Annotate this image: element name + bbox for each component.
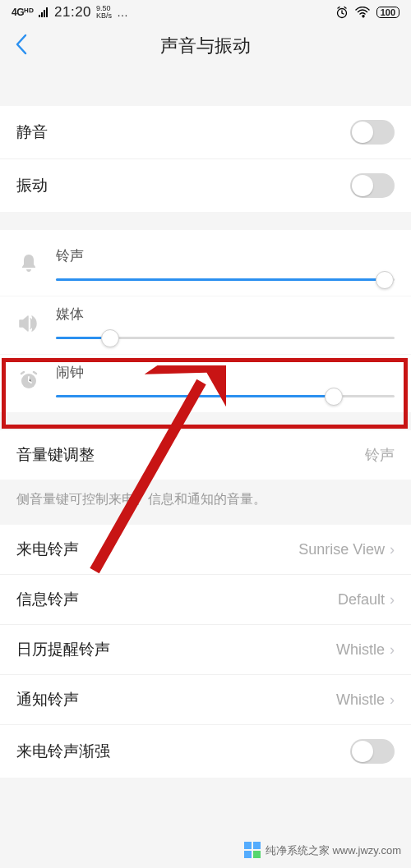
call-ringtone-row[interactable]: 来电铃声 Sunrise View› xyxy=(0,525,411,574)
media-volume-row: 媒体 xyxy=(0,296,411,354)
media-slider[interactable] xyxy=(56,337,395,339)
signal-indicator: 4Gᴴᴰ xyxy=(12,7,33,18)
watermark-text: 纯净系统之家 www.jwzy.com xyxy=(266,843,401,858)
message-ringtone-row[interactable]: 信息铃声 Default› xyxy=(0,574,411,624)
message-ringtone-value: Default xyxy=(338,591,385,609)
chevron-right-icon: › xyxy=(390,691,395,709)
chevron-right-icon: › xyxy=(390,541,395,558)
alarm-clock-icon xyxy=(16,363,41,393)
notification-ringtone-label: 通知铃声 xyxy=(16,689,79,710)
ringtone-slider[interactable] xyxy=(56,278,395,281)
notification-ringtone-row[interactable]: 通知铃声 Whistle› xyxy=(0,674,411,724)
chevron-left-icon xyxy=(15,34,28,55)
mute-label: 静音 xyxy=(16,122,48,143)
ringtone-slider-label: 铃声 xyxy=(56,246,395,265)
calendar-ringtone-row[interactable]: 日历提醒铃声 Whistle› xyxy=(0,624,411,674)
volume-key-row[interactable]: 音量键调整 铃声 xyxy=(0,430,411,480)
battery-indicator: 100 xyxy=(376,7,399,18)
vibrate-row[interactable]: 振动 xyxy=(0,158,411,212)
volume-key-label: 音量键调整 xyxy=(16,444,95,466)
network-speed: 9.50KB/s xyxy=(96,5,112,20)
ascending-ringtone-toggle[interactable] xyxy=(350,739,395,764)
calendar-ringtone-label: 日历提醒铃声 xyxy=(16,639,110,660)
speaker-icon xyxy=(16,305,41,334)
mute-row[interactable]: 静音 xyxy=(0,106,411,158)
alarm-slider[interactable] xyxy=(56,395,395,397)
signal-bars-icon xyxy=(38,7,49,17)
more-icon: … xyxy=(117,6,129,19)
ringtone-slider-thumb[interactable] xyxy=(376,271,394,289)
alarm-status-icon xyxy=(335,6,349,19)
toggle-group: 静音 振动 xyxy=(0,106,411,212)
alarm-slider-thumb[interactable] xyxy=(325,388,343,406)
vibrate-toggle[interactable] xyxy=(350,173,395,198)
media-slider-label: 媒体 xyxy=(56,305,395,324)
watermark: 纯净系统之家 www.jwzy.com xyxy=(244,842,401,860)
mute-toggle[interactable] xyxy=(350,120,395,145)
chevron-right-icon: › xyxy=(390,641,395,659)
volume-key-hint: 侧音量键可控制来电、信息和通知的音量。 xyxy=(0,480,411,525)
media-slider-thumb[interactable] xyxy=(101,329,119,347)
calendar-ringtone-value: Whistle xyxy=(336,641,385,659)
call-ringtone-label: 来电铃声 xyxy=(16,539,79,560)
alarm-slider-label: 闹钟 xyxy=(56,363,395,382)
notification-ringtone-value: Whistle xyxy=(336,691,385,709)
chevron-right-icon: › xyxy=(390,591,395,609)
volume-key-value: 铃声 xyxy=(365,445,395,465)
ascending-ringtone-row[interactable]: 来电铃声渐强 xyxy=(0,724,411,778)
page-title: 声音与振动 xyxy=(160,34,251,58)
ringtone-group: 来电铃声 Sunrise View› 信息铃声 Default› 日历提醒铃声 … xyxy=(0,525,411,778)
nav-header: 声音与振动 xyxy=(0,23,411,68)
ringtone-volume-row: 铃声 xyxy=(0,238,411,296)
status-bar: 4Gᴴᴰ 21:20 9.50KB/s … 100 xyxy=(0,0,411,23)
message-ringtone-label: 信息铃声 xyxy=(16,589,79,610)
clock-time: 21:20 xyxy=(54,4,91,21)
vibrate-label: 振动 xyxy=(16,175,48,196)
ascending-ringtone-label: 来电铃声渐强 xyxy=(16,741,110,762)
wifi-icon xyxy=(355,7,370,18)
watermark-logo-icon xyxy=(244,842,261,860)
call-ringtone-value: Sunrise View xyxy=(298,541,385,558)
back-button[interactable] xyxy=(15,34,28,58)
bell-icon xyxy=(16,246,41,276)
alarm-volume-row: 闹钟 xyxy=(0,354,411,412)
volume-sliders: 铃声 媒体 闹钟 xyxy=(0,230,411,412)
